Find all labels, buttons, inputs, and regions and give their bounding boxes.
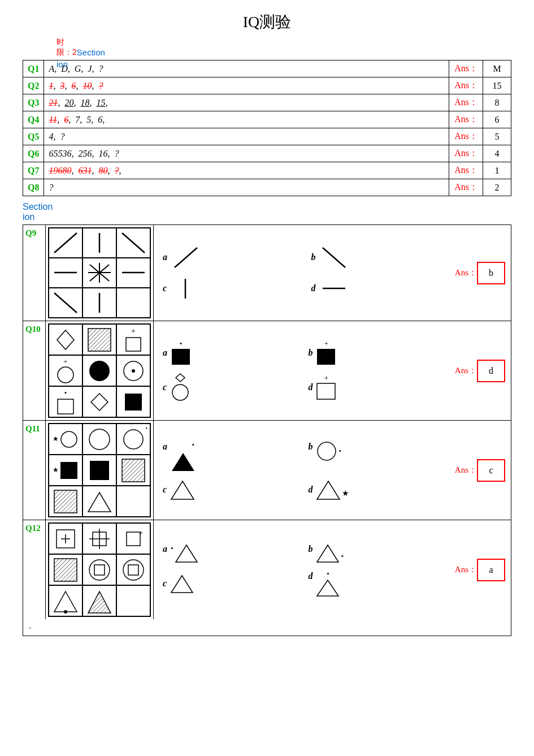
svg-marker-63: [88, 591, 111, 613]
section2-sect: Section: [23, 202, 53, 211]
q11-options: a • b • c: [154, 421, 451, 520]
q12-grid: +: [46, 520, 154, 619]
q12-ans-box: a: [477, 559, 505, 581]
q5-ans-box: 5: [483, 128, 511, 145]
page-title: IQ测验: [23, 11, 511, 33]
q11-grid: ★ • ★: [46, 421, 154, 520]
svg-rect-27: [317, 349, 335, 365]
q12-ans-area: Ans： a: [451, 520, 511, 619]
q11-row: Q11 ★ • ★: [23, 420, 511, 520]
svg-point-42: [318, 442, 336, 460]
q7-num: Q7: [23, 162, 44, 179]
section2-ion: ion: [23, 212, 34, 222]
q5-ans-label: Ans：: [449, 128, 483, 145]
q11-ans-box: c: [477, 459, 505, 482]
svg-text:+: +: [139, 529, 143, 537]
q9-num: Q9: [23, 225, 46, 321]
svg-line-11: [175, 248, 197, 267]
q9-grid: [46, 225, 154, 321]
svg-rect-17: [88, 329, 111, 351]
table-row: Q5 4, ? Ans： 5: [23, 128, 511, 145]
svg-rect-51: [127, 532, 140, 546]
q5-content: 4, ?: [44, 128, 449, 145]
svg-marker-43: [171, 481, 194, 499]
table-row: Q2 1, 3, 6, 10, ? Ans： 15: [23, 77, 511, 94]
section1-ion: ion: [57, 59, 105, 69]
q6-content: 65536, 256, 16, ?: [44, 145, 449, 162]
section1-sect: Section: [77, 47, 105, 57]
svg-rect-18: [126, 338, 141, 351]
table-row: Q3 21, 20, 18, 15, Ans： 8: [23, 94, 511, 111]
svg-line-2: [122, 233, 145, 253]
svg-line-9: [54, 293, 77, 313]
q4-num: Q4: [23, 111, 44, 128]
svg-marker-15: [57, 330, 74, 349]
svg-rect-54: [54, 559, 77, 581]
q10-ans-area: Ans： d: [451, 321, 511, 420]
q2-ans-label: Ans：: [449, 77, 483, 94]
q6-ans-label: Ans：: [449, 145, 483, 162]
q7-content: 19680, 631, 80, ?,: [44, 162, 449, 179]
svg-point-32: [89, 429, 110, 450]
q8-ans-label: Ans：: [449, 179, 483, 196]
svg-marker-41: [172, 453, 194, 471]
q9-ans-box: b: [477, 262, 505, 284]
q11-ans-area: Ans： c: [451, 421, 511, 520]
q9-ans-area: Ans： b: [451, 225, 511, 321]
q9-row: Q9: [23, 224, 511, 321]
q1-ans-label: Ans：: [449, 61, 483, 77]
table-row: Q7 19680, 631, 80, ?, Ans： 1: [23, 162, 511, 179]
q3-ans-label: Ans：: [449, 94, 483, 111]
svg-point-33: [124, 430, 143, 449]
q10-row: Q10 +: [23, 321, 511, 420]
q6-num: Q6: [23, 145, 44, 162]
svg-rect-37: [122, 459, 145, 482]
svg-rect-26: [172, 349, 190, 365]
q1-num: Q1: [23, 61, 44, 77]
q10-options: a • b + c: [154, 321, 451, 420]
q10-ans-box: d: [477, 360, 505, 382]
q7-ans-label: Ans：: [449, 162, 483, 179]
svg-marker-67: [317, 580, 338, 596]
q12-num: Q12: [23, 520, 46, 619]
q1-ans-box: M: [483, 61, 511, 77]
svg-marker-24: [91, 394, 108, 411]
svg-point-31: [61, 431, 77, 447]
q10-num: Q10: [23, 321, 46, 420]
table-row: Q8 ? Ans： 2: [23, 179, 511, 196]
svg-rect-58: [128, 565, 138, 575]
svg-marker-65: [317, 545, 338, 562]
q2-ans-box: 15: [483, 77, 511, 94]
q4-ans-label: Ans：: [449, 111, 483, 128]
q7-ans-box: 1: [483, 162, 511, 179]
svg-line-0: [54, 233, 77, 253]
q4-content: 11, 6, 7, 5, 6,: [44, 111, 449, 128]
svg-point-29: [172, 385, 188, 400]
svg-rect-35: [90, 461, 109, 480]
questions-table: Q1 A, D, G, J, ? Ans： M Q2 1, 3, 6, 10, …: [23, 60, 511, 196]
svg-marker-59: [54, 591, 77, 612]
svg-marker-66: [171, 576, 193, 593]
svg-rect-39: [54, 490, 77, 513]
q5-num: Q5: [23, 128, 44, 145]
svg-point-60: [64, 610, 67, 614]
q9-options: a b c d: [154, 225, 451, 321]
table-row: Q4 11, 6, 7, 5, 6, Ans： 6: [23, 111, 511, 128]
timer-label: 时: [57, 37, 105, 47]
q8-num: Q8: [23, 179, 44, 196]
q8-content: ?: [44, 179, 449, 196]
q2-num: Q2: [23, 77, 44, 94]
svg-point-19: [58, 367, 73, 383]
svg-rect-34: [60, 462, 77, 479]
svg-point-20: [89, 361, 110, 381]
timer-limit: 限：2: [57, 47, 77, 59]
svg-rect-23: [58, 399, 73, 414]
svg-rect-56: [94, 565, 105, 575]
svg-rect-30: [317, 383, 335, 399]
svg-marker-64: [176, 545, 197, 562]
q10-grid: + + •: [46, 321, 154, 420]
svg-marker-28: [176, 374, 185, 382]
q12-row: Q12 +: [23, 520, 511, 619]
svg-point-57: [123, 560, 144, 580]
q6-ans-box: 4: [483, 145, 511, 162]
